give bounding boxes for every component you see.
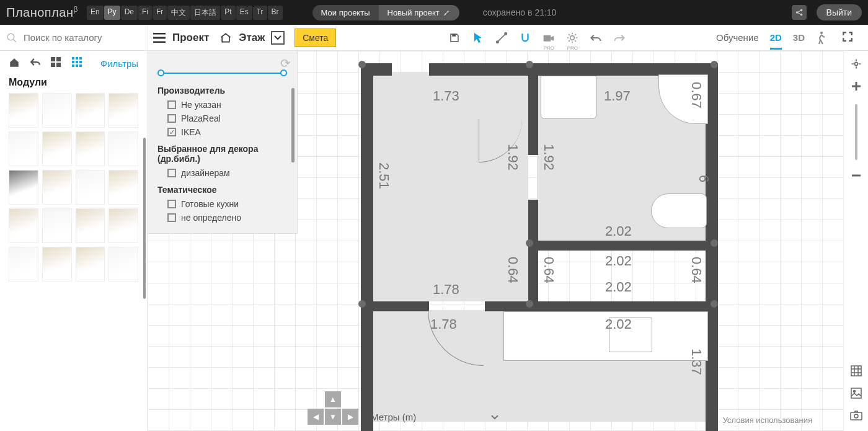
svg-rect-7 — [544, 35, 551, 41]
chevron-down-icon — [490, 414, 499, 420]
filter-opt-designers[interactable]: дизайнерам — [167, 166, 287, 180]
floor-icon — [219, 31, 232, 45]
filter-opt-plazareal[interactable]: PlazaReal — [167, 112, 287, 125]
lang-Pt[interactable]: Pt — [221, 6, 235, 20]
module-thumb[interactable] — [9, 131, 38, 166]
nav-down[interactable]: ▼ — [325, 409, 341, 425]
filter-opt-kitchens[interactable]: Готовые кухни — [167, 197, 287, 211]
wall-tool[interactable] — [495, 31, 508, 45]
lang-Fr[interactable]: Fr — [153, 6, 167, 20]
toilet-fixture[interactable] — [651, 193, 707, 228]
grid-large-icon[interactable] — [51, 57, 63, 69]
price-slider[interactable] — [157, 67, 287, 79]
top-bar: Планопланβ EnPyDeFiFr中文日本語PtEsTrBr Мои п… — [0, 0, 868, 25]
terms-link[interactable]: Условия использования — [723, 415, 812, 425]
module-thumb[interactable] — [9, 208, 38, 243]
module-thumb[interactable] — [42, 131, 72, 166]
lang-De[interactable]: De — [121, 6, 138, 20]
dim-label: 2.02 — [605, 253, 632, 269]
filter-opt-unspecified[interactable]: Не указан — [167, 98, 287, 112]
module-thumb[interactable] — [108, 247, 138, 282]
right-rail — [843, 51, 868, 431]
module-thumb[interactable] — [42, 208, 72, 243]
module-thumb[interactable] — [76, 170, 105, 205]
lang-Br[interactable]: Br — [268, 6, 283, 20]
module-thumb[interactable] — [42, 247, 72, 282]
center-view-icon[interactable] — [849, 57, 863, 71]
dim-label: 1.73 — [433, 88, 459, 104]
magnet-tool[interactable] — [518, 31, 532, 45]
light-tool[interactable]: PRO — [565, 31, 579, 45]
lang-Fi[interactable]: Fi — [138, 6, 152, 20]
module-thumb[interactable] — [9, 170, 38, 205]
dim-label: 0.64 — [541, 257, 557, 283]
save-icon[interactable] — [448, 31, 461, 45]
view-3d[interactable]: 3D — [793, 32, 805, 43]
fullscreen-button[interactable] — [842, 31, 856, 45]
lang-日本語[interactable]: 日本語 — [190, 6, 220, 20]
module-thumb[interactable] — [9, 93, 38, 128]
lang-Es[interactable]: Es — [236, 6, 252, 20]
svg-point-6 — [505, 32, 507, 34]
units-selector[interactable]: Метры (m) — [371, 412, 499, 422]
module-thumb[interactable] — [108, 131, 138, 166]
filter-opt-ikea[interactable]: IKEA — [167, 125, 287, 139]
redo-button[interactable] — [613, 31, 626, 45]
floorplan[interactable]: 1.73 1.97 0.67 2.51 1.92 1.92 6 2.02 2.0… — [361, 63, 720, 411]
floor-dropdown[interactable] — [271, 31, 285, 45]
breadcrumb: Мои проекты Новый проект — [312, 5, 459, 20]
exit-button[interactable]: Выйти — [817, 4, 862, 20]
module-thumb[interactable] — [108, 208, 138, 243]
nav-left[interactable]: ◀ — [308, 409, 324, 425]
back-icon[interactable] — [30, 57, 42, 69]
module-thumb[interactable] — [76, 208, 105, 243]
view-walk[interactable] — [816, 31, 826, 45]
zoom-slider[interactable] — [855, 104, 857, 160]
module-thumb[interactable] — [42, 93, 72, 128]
home-icon[interactable] — [9, 57, 21, 69]
lang-En[interactable]: En — [87, 6, 104, 20]
learning-link[interactable]: Обучение — [716, 32, 759, 43]
sidebar-scrollbar[interactable] — [143, 138, 146, 299]
sidebar-title: Модули — [0, 76, 147, 93]
share-button[interactable] — [792, 5, 807, 20]
module-thumb[interactable] — [76, 131, 105, 166]
pointer-tool[interactable] — [471, 31, 485, 45]
svg-rect-10 — [51, 57, 55, 61]
zoom-out-icon[interactable] — [849, 169, 863, 182]
filter-scrollbar[interactable] — [291, 88, 294, 162]
view-2d[interactable]: 2D — [770, 32, 782, 50]
undo-button[interactable] — [589, 31, 603, 45]
filters-link[interactable]: Фильтры — [100, 58, 138, 69]
lang-Tr[interactable]: Tr — [253, 6, 267, 20]
lang-中文[interactable]: 中文 — [167, 6, 190, 20]
zoom-in-icon[interactable] — [849, 79, 863, 93]
camera-tool[interactable]: PRO — [542, 31, 556, 45]
breadcrumb-current[interactable]: Новый проект — [379, 5, 459, 20]
nav-up[interactable]: ▲ — [325, 391, 341, 407]
module-thumb[interactable] — [108, 170, 138, 205]
edit-icon — [443, 9, 451, 16]
grid-toggle-icon[interactable] — [849, 364, 863, 378]
floor-menu[interactable]: Этаж — [239, 32, 265, 44]
sink-fixture[interactable] — [541, 76, 596, 119]
menu-icon[interactable] — [153, 31, 166, 45]
catalog-search-input[interactable] — [22, 32, 143, 43]
grid-small-icon[interactable] — [72, 57, 84, 69]
filter-opt-undefined[interactable]: не определено — [167, 211, 287, 224]
module-thumb[interactable] — [9, 247, 38, 282]
module-thumb[interactable] — [108, 93, 138, 128]
language-switcher: EnPyDeFiFr中文日本語PtEsTrBr — [87, 6, 283, 20]
filter-heading-thematic: Тематическое — [157, 185, 287, 195]
module-grid — [0, 93, 147, 282]
module-thumb[interactable] — [76, 93, 105, 128]
image-export-icon[interactable] — [849, 386, 863, 400]
module-thumb[interactable] — [42, 170, 72, 205]
estimate-button[interactable]: Смета — [294, 29, 336, 47]
nav-right[interactable]: ▶ — [342, 409, 358, 425]
project-menu[interactable]: Проект — [172, 32, 209, 44]
breadcrumb-root[interactable]: Мои проекты — [312, 5, 379, 20]
screenshot-icon[interactable] — [849, 409, 863, 422]
module-thumb[interactable] — [76, 247, 105, 282]
lang-Py[interactable]: Py — [104, 6, 120, 20]
